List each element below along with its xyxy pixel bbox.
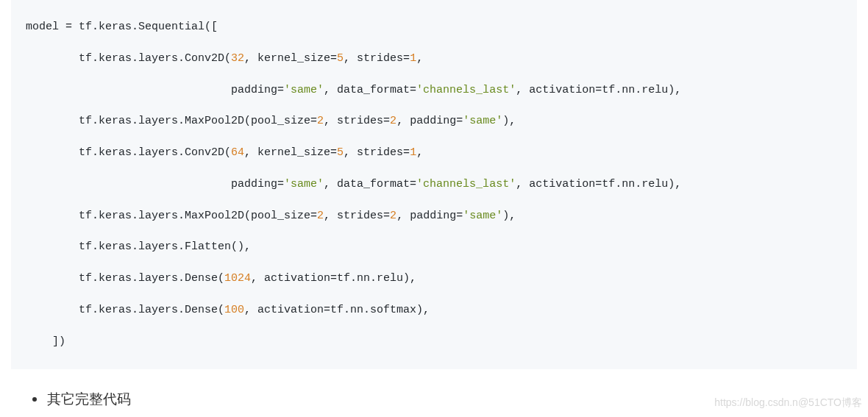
code-line-9: tf.keras.layers.Dense(1024, activation=t…: [26, 272, 416, 285]
code-line-10: tf.keras.layers.Dense(100, activation=tf…: [26, 304, 430, 316]
code-line-6: padding='same', data_format='channels_la…: [26, 178, 681, 190]
code-line-7: tf.keras.layers.MaxPool2D(pool_size=2, s…: [26, 210, 516, 222]
code-line-11: ]): [26, 335, 65, 348]
watermark: https://blog.csdn.n@51CTO博客: [714, 396, 862, 410]
watermark-right: @51CTO博客: [798, 396, 862, 408]
code-line-5: tf.keras.layers.Conv2D(64, kernel_size=5…: [26, 146, 423, 159]
code-line-2: tf.keras.layers.Conv2D(32, kernel_size=5…: [26, 52, 423, 65]
code-line-8: tf.keras.layers.Flatten(),: [26, 240, 251, 253]
code-block: model = tf.keras.Sequential([ tf.keras.l…: [11, 0, 857, 369]
code-line-4: tf.keras.layers.MaxPool2D(pool_size=2, s…: [26, 115, 516, 127]
bullet-text: 其它完整代码: [47, 390, 131, 409]
code-line-3: padding='same', data_format='channels_la…: [26, 84, 681, 96]
bullet-icon: [32, 397, 37, 402]
watermark-left: https://blog.csdn.n: [714, 396, 798, 408]
code-line-1: model = tf.keras.Sequential([: [26, 21, 218, 33]
